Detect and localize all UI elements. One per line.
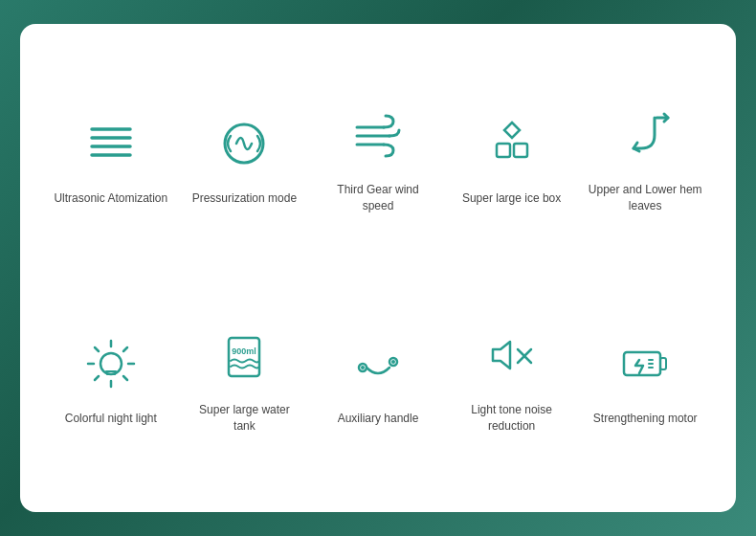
handle-label: Auxiliary handle	[338, 411, 419, 427]
wind-label: Third Gear wind speed	[321, 182, 435, 214]
svg-rect-9	[497, 144, 510, 157]
item-light: Colorful night light	[49, 273, 173, 483]
features-grid: Ultrasonic Atomization Pressurization mo…	[49, 43, 707, 493]
svg-text:900ml: 900ml	[233, 346, 257, 356]
item-icebox: Super large ice box	[450, 53, 574, 263]
svg-rect-23	[229, 338, 259, 376]
svg-rect-31	[624, 352, 660, 375]
item-pressurization: Pressurization mode	[183, 53, 307, 263]
item-tank: 900ml Super large water tank	[183, 273, 307, 483]
ultrasonic-icon	[78, 110, 145, 177]
tank-icon: 900ml	[211, 322, 278, 389]
light-icon	[78, 330, 145, 397]
icebox-icon	[478, 110, 545, 177]
svg-point-28	[391, 360, 395, 364]
item-hem: Upper and Lower hem leaves	[583, 53, 707, 263]
svg-line-16	[95, 347, 99, 351]
icebox-label: Super large ice box	[462, 190, 561, 207]
hem-label: Upper and Lower hem leaves	[588, 182, 702, 214]
svg-line-19	[95, 376, 99, 380]
item-handle: Auxiliary handle	[316, 273, 440, 483]
motor-label: Strengthening motor	[593, 411, 698, 427]
wind-icon	[345, 101, 411, 168]
svg-rect-10	[514, 144, 527, 157]
svg-line-18	[123, 347, 127, 351]
noise-label: Light tone noise reduction	[455, 402, 569, 435]
item-noise: Light tone noise reduction	[450, 273, 574, 483]
hem-icon	[611, 101, 678, 168]
light-label: Colorful night light	[65, 411, 157, 427]
handle-icon	[345, 330, 411, 397]
main-card: Ultrasonic Atomization Pressurization mo…	[20, 24, 736, 512]
tank-label: Super large water tank	[188, 402, 302, 435]
noise-icon	[478, 322, 545, 389]
item-wind: Third Gear wind speed	[316, 53, 440, 263]
ultrasonic-label: Ultrasonic Atomization	[54, 190, 167, 207]
svg-point-26	[361, 366, 365, 369]
motor-icon	[611, 330, 678, 397]
svg-marker-8	[504, 123, 520, 138]
pressurization-label: Pressurization mode	[192, 190, 297, 207]
svg-line-17	[123, 376, 127, 380]
pressurization-icon	[211, 110, 278, 177]
svg-rect-32	[660, 358, 666, 369]
item-motor: Strengthening motor	[583, 273, 707, 483]
item-ultrasonic: Ultrasonic Atomization	[49, 53, 173, 263]
